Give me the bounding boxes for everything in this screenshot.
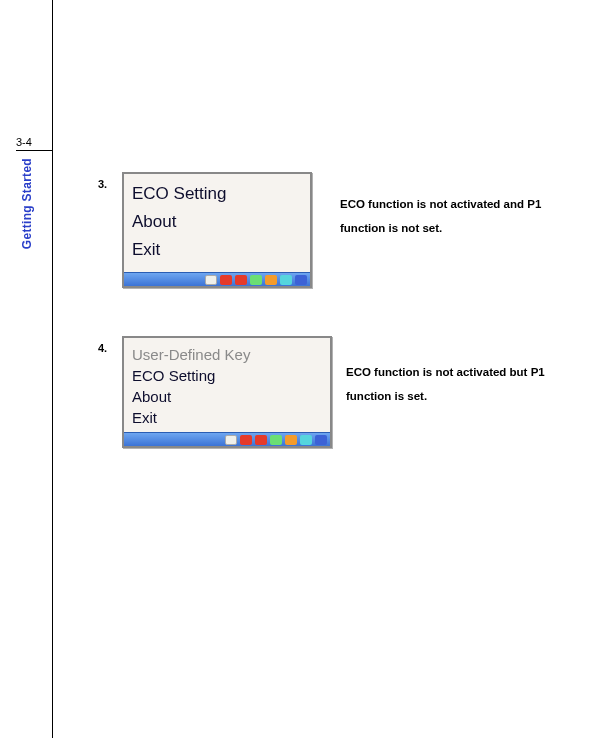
tray-icon [295, 275, 307, 285]
tray-icon [285, 435, 297, 445]
menu-item-exit: Exit [132, 236, 302, 264]
caption-line: function is set. [346, 390, 427, 402]
section-tab: Getting Started [20, 158, 34, 249]
tray-icon [250, 275, 262, 285]
menu-item-about: About [132, 386, 322, 407]
step-3-caption: ECO function is not activated and P1 fun… [312, 172, 609, 240]
taskbar-tray [124, 272, 310, 286]
step-4-caption: ECO function is not activated but P1 fun… [332, 336, 609, 408]
margin-rule [52, 0, 53, 738]
tray-icon [235, 275, 247, 285]
caption-line: function is not set. [340, 222, 442, 234]
step-4-number: 4. [98, 336, 122, 354]
tray-icon [300, 435, 312, 445]
caption-line: ECO function is not activated and P1 [340, 198, 541, 210]
tray-icon [315, 435, 327, 445]
step-3-menu-screenshot: ECO Setting About Exit [122, 172, 312, 288]
tray-icon [265, 275, 277, 285]
tray-icon [270, 435, 282, 445]
tray-icon [225, 435, 237, 445]
menu-item-about: About [132, 208, 302, 236]
caption-line: ECO function is not activated but P1 [346, 366, 545, 378]
menu-item-user-defined-key: User-Defined Key [132, 344, 322, 365]
header-rule [16, 150, 52, 151]
step-4-menu-screenshot: User-Defined Key ECO Setting About Exit [122, 336, 332, 448]
step-3-number: 3. [98, 172, 122, 190]
tray-icon [220, 275, 232, 285]
tray-icon [280, 275, 292, 285]
taskbar-tray [124, 432, 330, 446]
tray-icon [240, 435, 252, 445]
tray-icon [255, 435, 267, 445]
document-page: 3-4 Getting Started 3. ECO Setting About… [0, 0, 609, 738]
tray-icon [205, 275, 217, 285]
menu-item-eco-setting: ECO Setting [132, 365, 322, 386]
menu-item-eco-setting: ECO Setting [132, 180, 302, 208]
menu-item-exit: Exit [132, 407, 322, 428]
page-number: 3-4 [16, 136, 32, 148]
step-4-row: 4. User-Defined Key ECO Setting About Ex… [98, 336, 609, 448]
step-3-row: 3. ECO Setting About Exit ECO function i… [98, 172, 609, 288]
